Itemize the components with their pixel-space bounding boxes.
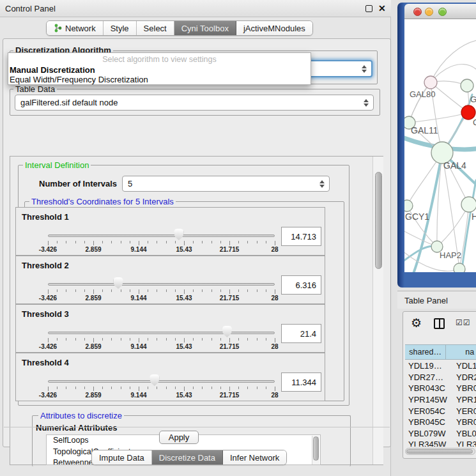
popup-item-manual-discretization[interactable]: Manual Discretization: [10, 65, 95, 75]
network-icon: [54, 24, 62, 33]
table-data-title: Table Data: [13, 84, 57, 94]
tab-discretize-data[interactable]: Discretize Data: [152, 450, 223, 464]
popup-hint: Select algorithm to view settings: [8, 55, 311, 64]
table-panel-title: Table Panel: [404, 296, 448, 305]
close-icon[interactable]: ✕: [378, 3, 386, 13]
tab-impute-data[interactable]: Impute Data: [92, 450, 152, 464]
threshold-3-label: Threshold 3: [22, 309, 69, 319]
network-canvas[interactable]: GAL80 GA C GAL11 GAL4 GCY1 H HAP2: [404, 19, 476, 272]
slider-ruler: [48, 387, 275, 392]
threshold-4-value-field[interactable]: 11.344: [281, 372, 321, 392]
table-data-combo[interactable]: galFiltered.sif default node: [15, 95, 374, 111]
main-scrollbar-track[interactable]: [372, 157, 383, 464]
threshold-4-slider-track[interactable]: [48, 380, 275, 383]
spinner-arrows-icon: [319, 180, 324, 188]
network-view-window: GAL80 GA C GAL11 GAL4 GCY1 H HAP2: [397, 3, 476, 288]
table-row[interactable]: YBR045CYBR0: [405, 417, 476, 428]
column-header-shared[interactable]: shared…: [405, 345, 446, 359]
table-row[interactable]: YDL19…YDL1: [405, 360, 476, 372]
threshold-1-value-field[interactable]: 14.713: [281, 227, 321, 246]
table-row[interactable]: YPR145WYPR1: [405, 394, 476, 406]
threshold-2-label: Threshold 2: [22, 261, 69, 270]
label-hap2: HAP2: [440, 250, 461, 260]
minimize-traffic-light[interactable]: [425, 8, 433, 16]
control-panel-titlebar: Control Panel ✕: [0, 0, 391, 17]
cyni-content-panel: Discretization Algorithm Table Data galF…: [3, 38, 391, 447]
settings-scroll-viewport: Interval Definition Number of Intervals …: [10, 156, 383, 465]
column-layout-icon[interactable]: [434, 318, 445, 329]
node-gcy1[interactable]: [404, 200, 413, 211]
table-rows: YDL19…YDL1 YDR27…YDR2 YBR043CYBR0 YPR145…: [405, 360, 476, 447]
tab-network[interactable]: Network: [47, 21, 104, 35]
app-root: Control Panel ✕ Network Style Select Cyn…: [0, 0, 476, 476]
attributes-group-title: Attributes to discretize: [38, 411, 124, 420]
float-window-icon[interactable]: [365, 5, 372, 12]
threshold-1-label: Threshold 1: [22, 212, 69, 222]
slider-tick-labels: -3.4262.8599.14415.4321.71528: [48, 343, 275, 351]
threshold-2-slider-thumb[interactable]: [114, 277, 123, 289]
panel-title: Control Panel: [5, 4, 56, 13]
node-h[interactable]: [461, 197, 476, 212]
select-columns-checkboxes-icon[interactable]: ☑☑: [456, 318, 471, 327]
label-h: H: [472, 211, 476, 222]
tab-jactivemnodules[interactable]: jActiveMNodules: [236, 21, 312, 35]
threshold-panel-1: Threshold 1 -3.4262.8599.14415.4321.7152…: [15, 207, 325, 256]
label-c: C: [473, 118, 476, 127]
label-gal11: GAL11: [411, 125, 438, 135]
slider-tick-labels: -3.4262.8599.14415.4321.71528: [48, 295, 275, 302]
threshold-1-slider-thumb[interactable]: [174, 229, 183, 240]
slider-tick-labels: -3.4262.8599.14415.4321.71528: [48, 392, 275, 399]
node-ga[interactable]: [461, 79, 473, 92]
slider-ruler: [48, 338, 275, 343]
number-of-intervals-label: Number of Intervals: [39, 179, 117, 188]
number-of-intervals-value: 5: [128, 179, 132, 188]
number-of-intervals-spinner[interactable]: 5: [122, 176, 330, 192]
tab-cyni-toolbox[interactable]: Cyni Toolbox: [174, 21, 236, 35]
threshold-3-value-field[interactable]: 21.4: [281, 324, 321, 343]
threshold-3-slider-track[interactable]: [48, 332, 275, 334]
table-data-combo-value: galFiltered.sif default node: [20, 98, 118, 107]
table-row[interactable]: YBL079WYBL0: [405, 428, 476, 440]
threshold-4-slider-thumb[interactable]: [150, 374, 159, 386]
threshold-panel-3: Threshold 3 -3.4262.8599.14415.4321.7152…: [15, 304, 325, 353]
tab-select[interactable]: Select: [137, 21, 174, 35]
table-row[interactable]: YLR345WYLR3: [405, 439, 476, 447]
label-ga: GA: [470, 95, 476, 104]
gear-icon[interactable]: ⚙: [411, 317, 422, 329]
main-scrollbar-thumb[interactable]: [375, 172, 382, 269]
label-gcy1: GCY1: [405, 211, 429, 222]
thresholds-group-title: Threshold's Coordinates for 5 Intervals: [29, 197, 176, 206]
top-tab-bar: Network Style Select Cyni Toolbox jActiv…: [46, 20, 313, 36]
apply-button[interactable]: Apply: [159, 431, 199, 444]
label-gal80: GAL80: [410, 89, 435, 99]
horizontal-scrollbar[interactable]: [405, 448, 475, 455]
table-row[interactable]: YER054CYER0: [405, 405, 476, 417]
slider-ruler: [48, 289, 275, 295]
threshold-1-slider-track[interactable]: [48, 234, 275, 237]
label-gal4: GAL4: [443, 160, 466, 171]
zoom-traffic-light[interactable]: [438, 8, 447, 16]
close-traffic-light[interactable]: [413, 8, 422, 16]
popup-item-equal-width-frequency[interactable]: Equal Width/Frequency Discretization: [10, 75, 148, 84]
slider-ruler: [48, 241, 275, 246]
table-panel-body: ⚙ ☑☑ shared… na YDL19…YDL1 YDR27…YDR2 YB…: [403, 311, 476, 459]
network-window-titlebar: [404, 4, 476, 19]
tab-infer-network[interactable]: Infer Network: [223, 450, 286, 464]
horizontal-scrollbar-thumb[interactable]: [406, 449, 473, 454]
tab-style[interactable]: Style: [104, 21, 137, 35]
column-header-name[interactable]: na: [446, 345, 476, 359]
table-row[interactable]: YDR27…YDR2: [405, 372, 476, 383]
threshold-2-value-field[interactable]: 6.316: [281, 275, 321, 295]
threshold-2-slider-track[interactable]: [48, 283, 275, 286]
threshold-panel-2: Threshold 2 -3.4262.8599.14415.4321.7152…: [15, 256, 325, 304]
combo-arrows-icon: [364, 99, 368, 107]
slider-tick-labels: -3.4262.8599.14415.4321.71528: [48, 246, 275, 254]
node-bottom[interactable]: [454, 263, 465, 272]
node-gal80[interactable]: [424, 76, 437, 89]
threshold-4-label: Threshold 4: [22, 358, 69, 367]
table-header-row: shared… na: [405, 344, 476, 360]
apply-strip: Apply: [4, 427, 390, 447]
threshold-3-slider-thumb[interactable]: [222, 326, 232, 337]
algorithm-dropdown-popup: Select algorithm to view settings Manual…: [8, 52, 311, 85]
table-row[interactable]: YBR043CYBR0: [405, 383, 476, 394]
